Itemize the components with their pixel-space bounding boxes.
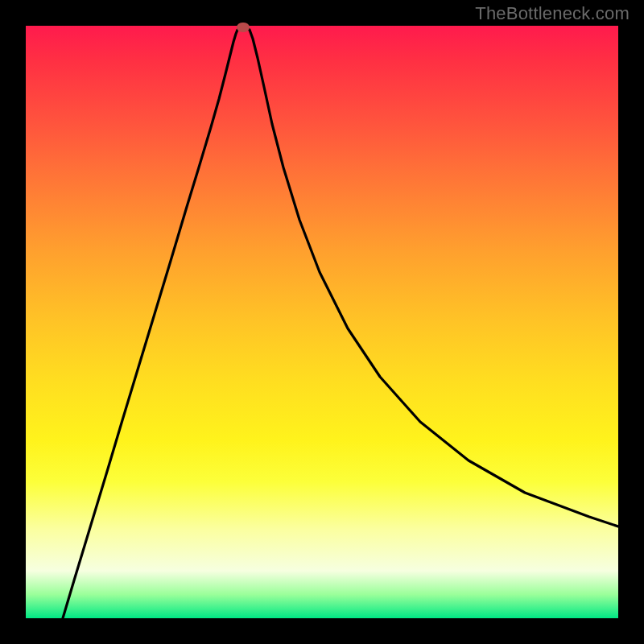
chart-frame: TheBottleneck.com — [0, 0, 644, 644]
minimum-marker — [237, 23, 250, 32]
bottleneck-curve — [26, 26, 618, 618]
curve-line — [63, 27, 618, 618]
watermark-text: TheBottleneck.com — [475, 3, 630, 24]
plot-area — [26, 26, 618, 618]
